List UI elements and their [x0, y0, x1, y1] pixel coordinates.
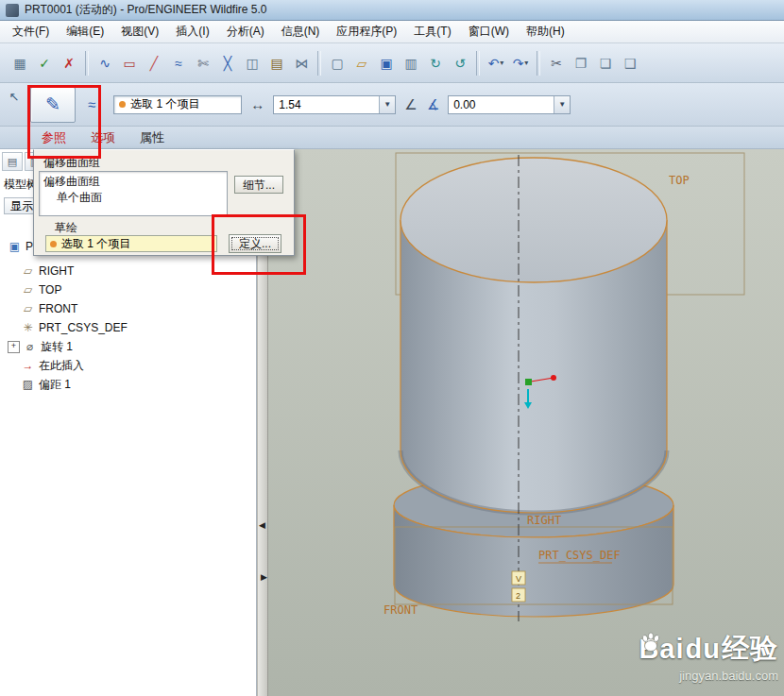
new-file-icon[interactable]: ▢	[326, 51, 349, 76]
part-icon: ▣	[8, 240, 22, 253]
datum-plane-icon: ▱	[21, 283, 35, 297]
selection-point-marker[interactable]	[551, 375, 556, 381]
menu-item-7[interactable]: 工具(T)	[405, 21, 459, 42]
surface-group-item[interactable]: 偏移曲面组	[43, 174, 223, 190]
angle-reference-icon[interactable]: ∠	[404, 96, 417, 113]
tree-item-FRONT[interactable]: ▱FRONT	[0, 299, 256, 318]
tab-options[interactable]: 选项	[91, 129, 115, 146]
cut-icon[interactable]: ✂	[545, 51, 568, 76]
chevron-down-icon[interactable]: ▾	[524, 59, 528, 67]
sketch-collector-value: 选取 1 个项目	[61, 236, 130, 252]
offset-value: 1.54	[279, 98, 300, 111]
paste-special-icon[interactable]: ❑	[619, 51, 641, 76]
save-icon[interactable]: ▣	[375, 51, 398, 76]
3d-model-canvas[interactable]: TOP RIGHT PRT_CSYS_DEF FRONT V 2	[268, 149, 784, 696]
chevron-down-icon[interactable]: ▼	[379, 96, 395, 113]
datum-label-top[interactable]: TOP	[669, 174, 690, 187]
menu-item-4[interactable]: 分析(A)	[218, 21, 273, 42]
select-arrow-icon[interactable]: ↖	[3, 86, 26, 107]
divide-icon[interactable]: ╳	[216, 51, 239, 76]
open-file-icon[interactable]: ▱	[350, 51, 373, 76]
dimension-tag[interactable]: V	[512, 571, 525, 585]
print-icon: ▥	[404, 57, 417, 70]
datum-label-right[interactable]: RIGHT	[527, 514, 561, 527]
cylinder-top-face[interactable]	[401, 158, 667, 282]
mirror-icon[interactable]: ◫	[241, 51, 264, 76]
menu-item-9[interactable]: 帮助(H)	[518, 21, 573, 42]
offset-distance-icon[interactable]: ↔	[250, 96, 264, 112]
paste-icon[interactable]: ❏	[594, 51, 617, 76]
title-bar[interactable]: PRT0001 (活动的) - Pro/ENGINEER Wildfire 5.…	[0, 0, 784, 21]
surface-collector-list[interactable]: 偏移曲面组 单个曲面	[39, 171, 228, 216]
menu-item-5[interactable]: 信息(N)	[273, 21, 329, 42]
dashboard: ↖ ✎ ≈ 选取 1 个项目 ↔ 1.54 ▼ ∠ ∡ 0.00 ▼	[0, 83, 784, 127]
angle-value-combo[interactable]: 0.00 ▼	[448, 95, 571, 114]
sketch-collector-field[interactable]: 选取 1 个项目	[45, 235, 217, 252]
menu-item-6[interactable]: 应用程序(P)	[328, 21, 405, 42]
collapse-right-icon[interactable]: ▶	[261, 573, 267, 582]
rectangle-icon: ▭	[123, 57, 135, 70]
curve-icon[interactable]: ≈	[167, 51, 190, 76]
placement-button[interactable]: ✎	[30, 87, 76, 123]
tree-item-PRT_CSYS_DEF[interactable]: ✳PRT_CSYS_DEF	[0, 318, 256, 337]
offset-flip-icon[interactable]: ≈	[88, 96, 95, 112]
tree-item-RIGHT[interactable]: ▱RIGHT	[0, 262, 256, 280]
redo-icon[interactable]: ↷▾	[509, 51, 532, 76]
watermark-brand: Bai du 经验	[639, 630, 778, 668]
tree-item-旋转 1[interactable]: +⌀旋转 1	[0, 337, 256, 356]
copy-icon[interactable]: ❐	[570, 51, 592, 76]
curve-icon: ≈	[175, 57, 182, 70]
toolbar-separator	[317, 51, 321, 76]
offset-group-title: 偏移曲面组	[43, 155, 100, 171]
delete-icon: ✗	[63, 57, 75, 70]
chevron-down-icon[interactable]: ▼	[554, 96, 570, 113]
tree-item-label: FRONT	[39, 302, 77, 315]
menu-item-8[interactable]: 窗口(W)	[460, 21, 518, 42]
watermark-text: du	[686, 634, 721, 665]
menu-item-1[interactable]: 编辑(E)	[58, 21, 112, 42]
pattern-icon[interactable]: ▤	[265, 51, 288, 76]
offset-value-combo[interactable]: 1.54 ▼	[273, 95, 396, 114]
menu-item-0[interactable]: 文件(F)	[4, 21, 58, 42]
dimension-tag[interactable]: 2	[512, 588, 525, 602]
menu-item-2[interactable]: 视图(V)	[112, 21, 167, 42]
rectangle-icon[interactable]: ▭	[118, 51, 141, 76]
toolbar-separator	[537, 51, 540, 76]
reference-collector-field[interactable]: 选取 1 个项目	[113, 95, 242, 114]
angle-flip-icon[interactable]: ∡	[427, 96, 439, 113]
spline-icon[interactable]: ∿	[94, 51, 116, 76]
vertex-marker[interactable]	[525, 379, 532, 385]
menu-item-3[interactable]: 插入(I)	[167, 21, 217, 42]
spline-icon: ∿	[99, 57, 111, 70]
datum-plane-icon: ▱	[21, 302, 35, 315]
update-icon[interactable]: ↺	[449, 51, 471, 76]
undo-icon[interactable]: ↶▾	[485, 51, 507, 76]
expand-icon[interactable]: +	[8, 341, 20, 353]
tab-properties[interactable]: 属性	[140, 129, 164, 146]
model-refresh-icon: ↻	[430, 57, 441, 70]
merge-icon[interactable]: ⋈	[290, 51, 313, 76]
graphics-viewport[interactable]: TOP RIGHT PRT_CSYS_DEF FRONT V 2	[268, 149, 784, 696]
application-window: PRT0001 (活动的) - Pro/ENGINEER Wildfire 5.…	[0, 0, 784, 696]
line-icon[interactable]: ╱	[143, 51, 165, 76]
datum-display-icon[interactable]: ▦	[9, 51, 31, 76]
tab-references[interactable]: 参照	[42, 129, 66, 146]
chevron-down-icon[interactable]: ▾	[500, 59, 503, 67]
print-icon[interactable]: ▥	[400, 51, 422, 76]
select-verify-icon[interactable]: ✓	[33, 51, 56, 76]
model-refresh-icon[interactable]: ↻	[424, 51, 447, 76]
toolbar-separator	[476, 51, 480, 76]
collapse-left-icon[interactable]: ◀	[259, 521, 265, 530]
surface-item[interactable]: 单个曲面	[43, 190, 223, 206]
define-button[interactable]: 定义...	[229, 234, 281, 253]
save-icon: ▣	[380, 57, 392, 70]
trim-icon[interactable]: ✄	[192, 51, 214, 76]
tree-item-在此插入[interactable]: →在此插入	[0, 356, 256, 375]
delete-icon[interactable]: ✗	[58, 51, 80, 76]
tree-item-TOP[interactable]: ▱TOP	[0, 280, 256, 299]
datum-label-front[interactable]: FRONT	[383, 603, 418, 617]
datum-label-csys[interactable]: PRT_CSYS_DEF	[538, 549, 621, 562]
tree-view-icon[interactable]: ▤	[2, 152, 23, 171]
details-button[interactable]: 细节...	[234, 176, 283, 194]
tree-item-偏距 1[interactable]: ▨偏距 1	[0, 375, 256, 394]
